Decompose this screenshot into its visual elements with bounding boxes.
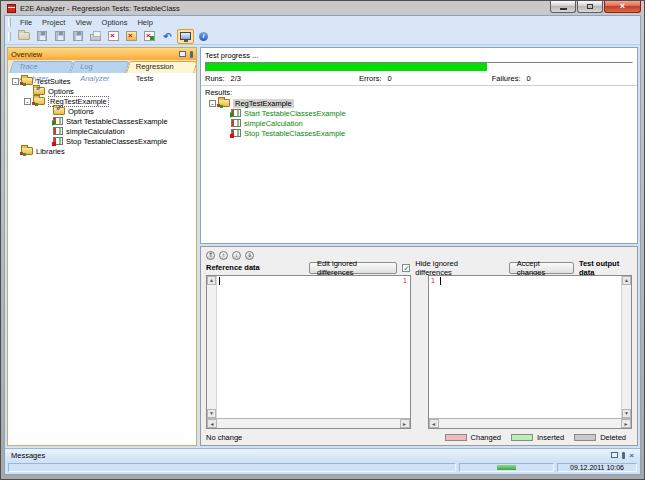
reference-data-pane: ▲ ▼ 1 ◄ ► xyxy=(206,275,411,429)
diff-panes: ▲ ▼ 1 ◄ ► xyxy=(201,274,637,431)
test-progress-panel: Test progress ... Runs:2/3 Errors:0 Fail… xyxy=(200,47,638,244)
scroll-left-icon[interactable]: ◄ xyxy=(429,419,439,428)
overview-tabstrip: Trace Analyzer Log Analyzer Regression T… xyxy=(8,60,196,73)
save-all-button[interactable] xyxy=(69,29,86,44)
testcase-stop-icon xyxy=(231,129,241,137)
save-all-icon xyxy=(73,31,83,41)
save-icon xyxy=(37,31,47,41)
previous-difference-button[interactable]: ↑ xyxy=(219,251,228,260)
print-icon xyxy=(90,34,101,41)
overview-panel-header: Overview xyxy=(8,48,196,60)
close-button[interactable]: × xyxy=(604,1,641,13)
edit-ignored-differences-button[interactable]: Edit ignored differences xyxy=(309,262,397,274)
undo-button[interactable]: ↶ xyxy=(159,29,176,44)
expander-icon[interactable]: - xyxy=(24,98,31,105)
results-row-simplecalculation[interactable]: simpleCalculation xyxy=(205,118,633,128)
test-suite-tree: - TestSuites Options - RegTestExample xyxy=(8,73,196,445)
reference-data-label: Reference data xyxy=(206,263,304,272)
diff-status-row: No change Changed Inserted Deleted xyxy=(201,431,637,443)
menu-file[interactable]: File xyxy=(15,18,37,27)
edit-regression-test-button[interactable] xyxy=(123,29,140,44)
tab-regression-tests[interactable]: Regression Tests xyxy=(128,61,196,73)
results-root-row[interactable]: - RegTestExample xyxy=(205,98,633,108)
toolbar-grip[interactable] xyxy=(8,32,11,41)
save-button[interactable] xyxy=(33,29,50,44)
test-output-data-pane: 1 ▲ ▼ ◄ ► xyxy=(428,275,633,429)
accept-changes-button[interactable]: Accept changes xyxy=(509,262,574,274)
output-vertical-scrollbar[interactable]: ▲ ▼ xyxy=(621,276,631,418)
text-cursor xyxy=(440,277,441,285)
open-button[interactable] xyxy=(15,29,32,44)
toolbar: ↶ i xyxy=(5,28,640,45)
reference-data-editor[interactable] xyxy=(217,276,401,418)
scroll-down-icon[interactable]: ▼ xyxy=(622,409,631,418)
print-button[interactable] xyxy=(87,29,104,44)
tab-trace-analyzer[interactable]: Trace Analyzer xyxy=(11,61,72,73)
reference-horizontal-scrollbar[interactable]: ◄ ► xyxy=(207,418,410,428)
tree-item-stop-testableclasses[interactable]: Stop TestableClassesExample xyxy=(8,136,196,146)
results-row-stop[interactable]: Stop TestableClassesExample xyxy=(205,128,633,138)
titlebar[interactable]: E2E Analyzer - Regression Tests: Testabl… xyxy=(4,1,641,15)
last-difference-button[interactable]: ⇓ xyxy=(245,251,254,260)
results-row-start[interactable]: Start TestableClassesExample xyxy=(205,108,633,118)
overview-panel: Overview Trace Analyzer Log Analyzer Reg… xyxy=(7,47,197,446)
testcase-stop-icon xyxy=(53,137,63,145)
close-panel-icon[interactable]: × xyxy=(629,452,634,459)
run-regression-tests-button[interactable] xyxy=(141,29,158,44)
minimize-button[interactable] xyxy=(550,1,576,13)
tree-item-options-child[interactable]: Options xyxy=(8,106,196,116)
new-regression-test-button[interactable] xyxy=(105,29,122,44)
messages-title: Messages xyxy=(11,451,45,460)
scroll-left-icon[interactable]: ◄ xyxy=(207,419,217,428)
hide-ignored-checkbox[interactable]: ✓ xyxy=(402,264,410,272)
scroll-down-icon[interactable]: ▼ xyxy=(207,409,216,418)
about-button[interactable]: i xyxy=(195,29,212,44)
tree-item-start-testableclasses[interactable]: Start TestableClassesExample xyxy=(8,116,196,126)
tree-item-libraries[interactable]: Libraries xyxy=(8,146,196,156)
suite-folder-icon xyxy=(21,77,33,85)
first-difference-button[interactable]: ⇑ xyxy=(206,251,215,260)
save-as-button[interactable] xyxy=(51,29,68,44)
expander-icon[interactable]: - xyxy=(209,100,216,107)
info-icon: i xyxy=(199,32,208,41)
scroll-up-icon[interactable]: ▲ xyxy=(622,276,631,285)
deleted-swatch xyxy=(574,434,596,441)
menu-options[interactable]: Options xyxy=(97,18,133,27)
testcase-start-icon xyxy=(231,109,241,117)
float-panel-icon[interactable] xyxy=(611,452,618,458)
test-output-editor[interactable] xyxy=(438,276,622,418)
scroll-up-icon[interactable]: ▲ xyxy=(207,276,216,285)
messages-panel-header[interactable]: Messages × xyxy=(5,448,640,461)
options-folder-icon xyxy=(33,87,45,95)
testcase-icon xyxy=(231,119,241,127)
libraries-folder-icon xyxy=(21,147,33,155)
save-as-icon xyxy=(55,31,65,41)
menu-help[interactable]: Help xyxy=(132,18,157,27)
failures-label: Failures: xyxy=(492,74,521,83)
expander-icon[interactable]: - xyxy=(12,78,19,85)
regression-test-monitor-button[interactable] xyxy=(177,29,194,44)
tree-item-regtestexample[interactable]: - RegTestExample xyxy=(8,96,196,106)
test-stats: Runs:2/3 Errors:0 Failures:0 xyxy=(205,72,633,85)
tree-item-simplecalculation[interactable]: simpleCalculation xyxy=(8,126,196,136)
menubar-grip[interactable] xyxy=(8,18,11,27)
diff-panel: ⇑ ↑ ↓ ⇓ Reference data Edit ignored diff… xyxy=(200,246,638,446)
testcase-start-icon xyxy=(53,117,63,125)
window-controls: × xyxy=(549,1,641,13)
test-progress-fill xyxy=(206,63,487,71)
scroll-right-icon[interactable]: ► xyxy=(400,419,410,428)
pin-panel-icon[interactable] xyxy=(190,51,193,58)
open-folder-icon xyxy=(18,32,30,40)
tab-log-analyzer[interactable]: Log Analyzer xyxy=(72,61,128,73)
menu-project[interactable]: Project xyxy=(37,18,70,27)
output-horizontal-scrollbar[interactable]: ◄ ► xyxy=(429,418,632,428)
reference-vertical-scrollbar[interactable]: ▲ ▼ xyxy=(207,276,217,418)
pin-panel-icon[interactable] xyxy=(622,452,625,459)
runs-label: Runs: xyxy=(205,74,225,83)
menu-view[interactable]: View xyxy=(70,18,96,27)
next-difference-button[interactable]: ↓ xyxy=(232,251,241,260)
float-panel-icon[interactable] xyxy=(179,51,186,57)
maximize-button[interactable] xyxy=(577,1,603,13)
scroll-right-icon[interactable]: ► xyxy=(621,419,631,428)
errors-value: 0 xyxy=(388,74,392,83)
